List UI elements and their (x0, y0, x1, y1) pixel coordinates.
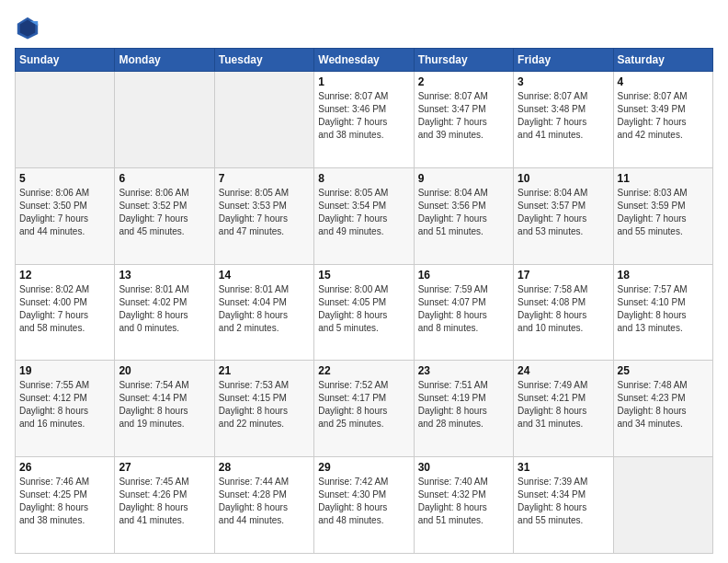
day-cell: 31Sunrise: 7:39 AM Sunset: 4:34 PM Dayli… (514, 457, 613, 554)
day-cell: 24Sunrise: 7:49 AM Sunset: 4:21 PM Dayli… (514, 361, 613, 457)
day-header-sunday: Sunday (16, 49, 115, 72)
logo-icon (15, 15, 40, 40)
day-cell: 17Sunrise: 7:58 AM Sunset: 4:08 PM Dayli… (514, 264, 613, 361)
day-info: Sunrise: 7:46 AM Sunset: 4:25 PM Dayligh… (19, 476, 110, 527)
day-cell (16, 72, 115, 168)
day-cell: 5Sunrise: 8:06 AM Sunset: 3:50 PM Daylig… (16, 167, 115, 264)
day-info: Sunrise: 7:53 AM Sunset: 4:15 PM Dayligh… (219, 379, 310, 431)
day-number: 13 (119, 269, 210, 282)
day-info: Sunrise: 7:54 AM Sunset: 4:14 PM Dayligh… (119, 379, 210, 431)
day-number: 23 (418, 364, 509, 377)
day-number: 17 (518, 269, 609, 282)
day-number: 8 (318, 172, 409, 185)
day-info: Sunrise: 7:48 AM Sunset: 4:23 PM Dayligh… (618, 379, 709, 431)
day-info: Sunrise: 8:00 AM Sunset: 4:05 PM Dayligh… (318, 283, 409, 335)
day-number: 16 (418, 269, 509, 282)
day-info: Sunrise: 8:04 AM Sunset: 3:57 PM Dayligh… (518, 187, 609, 238)
day-header-monday: Monday (115, 49, 214, 72)
day-info: Sunrise: 8:07 AM Sunset: 3:48 PM Dayligh… (518, 90, 609, 142)
day-number: 18 (618, 269, 709, 282)
day-header-saturday: Saturday (613, 49, 712, 72)
day-info: Sunrise: 8:05 AM Sunset: 3:53 PM Dayligh… (219, 187, 310, 238)
week-row-5: 26Sunrise: 7:46 AM Sunset: 4:25 PM Dayli… (16, 457, 713, 554)
day-number: 27 (119, 461, 210, 474)
day-info: Sunrise: 8:05 AM Sunset: 3:54 PM Dayligh… (318, 187, 409, 238)
day-number: 11 (618, 172, 709, 185)
day-cell: 27Sunrise: 7:45 AM Sunset: 4:26 PM Dayli… (115, 457, 214, 554)
day-info: Sunrise: 7:49 AM Sunset: 4:21 PM Dayligh… (518, 379, 609, 431)
day-number: 1 (318, 75, 409, 88)
day-info: Sunrise: 7:57 AM Sunset: 4:10 PM Dayligh… (618, 283, 709, 335)
day-cell: 7Sunrise: 8:05 AM Sunset: 3:53 PM Daylig… (214, 167, 313, 264)
day-cell: 19Sunrise: 7:55 AM Sunset: 4:12 PM Dayli… (16, 361, 115, 457)
day-number: 3 (518, 75, 609, 88)
day-info: Sunrise: 8:03 AM Sunset: 3:59 PM Dayligh… (618, 187, 709, 238)
day-info: Sunrise: 8:07 AM Sunset: 3:46 PM Dayligh… (318, 90, 409, 142)
day-info: Sunrise: 8:06 AM Sunset: 3:52 PM Dayligh… (119, 187, 210, 238)
day-number: 21 (219, 364, 310, 377)
day-cell: 3Sunrise: 8:07 AM Sunset: 3:48 PM Daylig… (514, 72, 613, 168)
day-cell: 21Sunrise: 7:53 AM Sunset: 4:15 PM Dayli… (214, 361, 313, 457)
day-number: 12 (19, 269, 110, 282)
page: SundayMondayTuesdayWednesdayThursdayFrid… (0, 0, 728, 563)
day-info: Sunrise: 8:06 AM Sunset: 3:50 PM Dayligh… (19, 187, 110, 238)
day-number: 4 (618, 75, 709, 88)
day-cell: 10Sunrise: 8:04 AM Sunset: 3:57 PM Dayli… (514, 167, 613, 264)
day-cell: 30Sunrise: 7:40 AM Sunset: 4:32 PM Dayli… (414, 457, 513, 554)
day-cell: 26Sunrise: 7:46 AM Sunset: 4:25 PM Dayli… (16, 457, 115, 554)
logo (15, 15, 44, 40)
day-info: Sunrise: 8:07 AM Sunset: 3:47 PM Dayligh… (418, 90, 509, 142)
day-cell (214, 72, 313, 168)
day-number: 2 (418, 75, 509, 88)
day-info: Sunrise: 7:51 AM Sunset: 4:19 PM Dayligh… (418, 379, 509, 431)
day-cell: 22Sunrise: 7:52 AM Sunset: 4:17 PM Dayli… (314, 361, 414, 457)
day-cell: 28Sunrise: 7:44 AM Sunset: 4:28 PM Dayli… (214, 457, 313, 554)
day-cell: 12Sunrise: 8:02 AM Sunset: 4:00 PM Dayli… (16, 264, 115, 361)
day-cell: 18Sunrise: 7:57 AM Sunset: 4:10 PM Dayli… (613, 264, 712, 361)
day-number: 28 (219, 461, 310, 474)
day-number: 14 (219, 269, 310, 282)
day-header-friday: Friday (514, 49, 613, 72)
day-number: 31 (518, 461, 609, 474)
day-number: 10 (518, 172, 609, 185)
day-number: 7 (219, 172, 310, 185)
header-row: SundayMondayTuesdayWednesdayThursdayFrid… (16, 49, 713, 72)
calendar-body: 1Sunrise: 8:07 AM Sunset: 3:46 PM Daylig… (16, 72, 713, 554)
day-info: Sunrise: 7:59 AM Sunset: 4:07 PM Dayligh… (418, 283, 509, 335)
week-row-3: 12Sunrise: 8:02 AM Sunset: 4:00 PM Dayli… (16, 264, 713, 361)
header (15, 15, 713, 40)
day-number: 15 (318, 269, 409, 282)
day-info: Sunrise: 7:42 AM Sunset: 4:30 PM Dayligh… (318, 476, 409, 527)
day-cell: 2Sunrise: 8:07 AM Sunset: 3:47 PM Daylig… (414, 72, 513, 168)
day-header-wednesday: Wednesday (314, 49, 414, 72)
day-number: 25 (618, 364, 709, 377)
day-number: 24 (518, 364, 609, 377)
day-cell (115, 72, 214, 168)
day-info: Sunrise: 7:39 AM Sunset: 4:34 PM Dayligh… (518, 476, 609, 527)
day-number: 9 (418, 172, 509, 185)
day-number: 5 (19, 172, 110, 185)
day-cell: 23Sunrise: 7:51 AM Sunset: 4:19 PM Dayli… (414, 361, 513, 457)
day-cell: 29Sunrise: 7:42 AM Sunset: 4:30 PM Dayli… (314, 457, 414, 554)
week-row-1: 1Sunrise: 8:07 AM Sunset: 3:46 PM Daylig… (16, 72, 713, 168)
day-cell: 20Sunrise: 7:54 AM Sunset: 4:14 PM Dayli… (115, 361, 214, 457)
day-info: Sunrise: 8:01 AM Sunset: 4:04 PM Dayligh… (219, 283, 310, 335)
day-info: Sunrise: 8:04 AM Sunset: 3:56 PM Dayligh… (418, 187, 509, 238)
day-info: Sunrise: 8:01 AM Sunset: 4:02 PM Dayligh… (119, 283, 210, 335)
day-cell (613, 457, 712, 554)
day-number: 6 (119, 172, 210, 185)
day-info: Sunrise: 7:58 AM Sunset: 4:08 PM Dayligh… (518, 283, 609, 335)
day-cell: 15Sunrise: 8:00 AM Sunset: 4:05 PM Dayli… (314, 264, 414, 361)
day-cell: 8Sunrise: 8:05 AM Sunset: 3:54 PM Daylig… (314, 167, 414, 264)
day-cell: 1Sunrise: 8:07 AM Sunset: 3:46 PM Daylig… (314, 72, 414, 168)
day-header-tuesday: Tuesday (214, 49, 313, 72)
day-header-thursday: Thursday (414, 49, 513, 72)
day-number: 30 (418, 461, 509, 474)
day-cell: 25Sunrise: 7:48 AM Sunset: 4:23 PM Dayli… (613, 361, 712, 457)
day-info: Sunrise: 7:55 AM Sunset: 4:12 PM Dayligh… (19, 379, 110, 431)
week-row-4: 19Sunrise: 7:55 AM Sunset: 4:12 PM Dayli… (16, 361, 713, 457)
day-cell: 14Sunrise: 8:01 AM Sunset: 4:04 PM Dayli… (214, 264, 313, 361)
day-info: Sunrise: 7:52 AM Sunset: 4:17 PM Dayligh… (318, 379, 409, 431)
day-number: 26 (19, 461, 110, 474)
day-info: Sunrise: 8:02 AM Sunset: 4:00 PM Dayligh… (19, 283, 110, 335)
